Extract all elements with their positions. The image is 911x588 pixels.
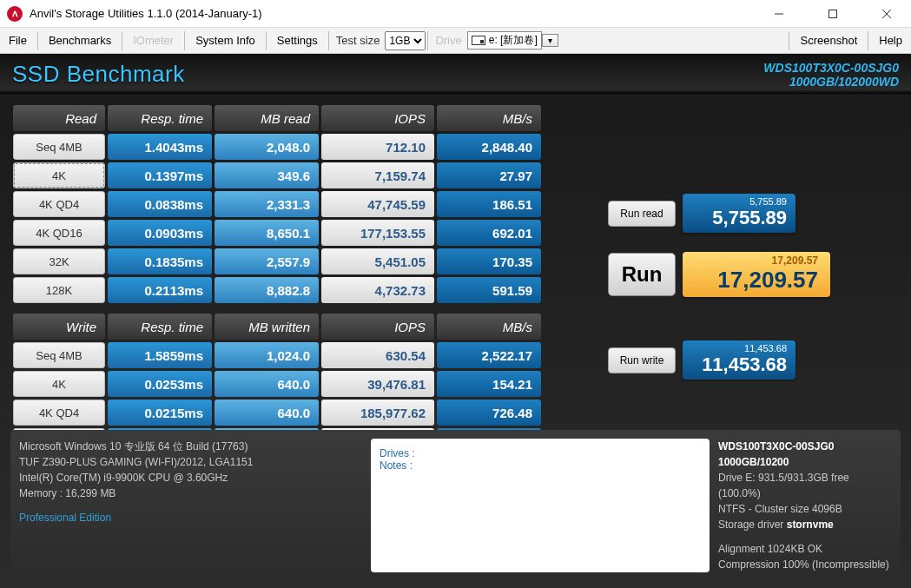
- menu-screenshot[interactable]: Screenshot: [791, 30, 866, 51]
- minimize-button[interactable]: [762, 2, 796, 26]
- menu-settings[interactable]: Settings: [268, 30, 327, 51]
- window-controls: [762, 2, 904, 26]
- table-row: 32K0.1835ms2,557.95,451.05170.35: [13, 248, 541, 274]
- read-header: Read: [13, 105, 105, 131]
- table-row: Seq 4MB1.5859ms1,024.0630.542,522.17: [13, 342, 541, 368]
- toolbar: File Benchmarks IOmeter System Info Sett…: [0, 28, 911, 54]
- table-row: 4K QD40.0215ms640.0185,977.62726.48: [13, 400, 541, 426]
- footer: Microsoft Windows 10 专业版 64 位 Build (177…: [10, 430, 901, 581]
- app-icon: ᴧ: [7, 6, 23, 22]
- notes-panel: Drives : Notes :: [371, 439, 710, 572]
- testsize-label: Test size: [331, 30, 386, 51]
- run-write-button[interactable]: Run write: [608, 347, 676, 373]
- page-title: SSD Benchmark: [12, 61, 185, 88]
- device-model: WDS100T3X0C-00SJG0: [763, 61, 899, 75]
- drive-icon: [472, 36, 485, 45]
- drive-dropdown-button[interactable]: ▾: [542, 34, 558, 47]
- col-mbs: MB/s: [437, 105, 541, 131]
- drive-label: Drive: [430, 30, 466, 51]
- table-row: 4K QD40.0838ms2,331.347,745.59186.51: [13, 191, 541, 217]
- write-header: Write: [13, 314, 105, 340]
- page-header: SSD Benchmark WDS100T3X0C-00SJG0 1000GB/…: [0, 54, 911, 94]
- score-panel: Run read 5,755.89 5,755.89 Run 17,209.57…: [608, 181, 894, 386]
- col-mbs: MB/s: [437, 314, 541, 340]
- tables-area: Read Resp. time MB read IOPS MB/s Seq 4M…: [10, 102, 544, 462]
- maximize-button[interactable]: [815, 2, 850, 26]
- col-resptime: Resp. time: [108, 105, 212, 131]
- col-iops: IOPS: [321, 105, 434, 131]
- menu-file[interactable]: File: [0, 30, 36, 51]
- col-mbwritten: MB written: [215, 314, 319, 340]
- window-title: Anvil's Storage Utilities 1.1.0 (2014-Ja…: [30, 7, 762, 20]
- read-table: Read Resp. time MB read IOPS MB/s Seq 4M…: [10, 102, 544, 306]
- menu-benchmarks[interactable]: Benchmarks: [40, 30, 120, 51]
- close-button[interactable]: [869, 2, 904, 26]
- drives-label: Drives :: [380, 447, 701, 459]
- col-mbread: MB read: [215, 105, 319, 131]
- edition-label: Professional Edition: [19, 510, 362, 525]
- testsize-select[interactable]: 1GB: [385, 31, 426, 50]
- read-score: 5,755.89 5,755.89: [683, 194, 795, 233]
- col-iops: IOPS: [321, 314, 434, 340]
- run-read-button[interactable]: Run read: [608, 201, 676, 227]
- write-score: 11,453.68 11,453.68: [683, 340, 795, 380]
- notes-label: Notes :: [380, 459, 701, 472]
- table-row: 4K0.0253ms640.039,476.81154.21: [13, 371, 541, 397]
- table-row: 4K QD160.0903ms8,650.1177,153.55692.01: [13, 220, 541, 246]
- title-bar: ᴧ Anvil's Storage Utilities 1.1.0 (2014-…: [0, 0, 911, 28]
- table-row: 4K0.1397ms349.67,159.7427.97: [13, 162, 541, 188]
- drive-info: WDS100T3X0C-00SJG0 1000GB/10200 Drive E:…: [718, 439, 892, 572]
- drive-select[interactable]: e: [新加卷]: [467, 31, 542, 50]
- menu-help[interactable]: Help: [870, 30, 911, 51]
- run-button[interactable]: Run: [608, 253, 676, 296]
- system-info: Microsoft Windows 10 专业版 64 位 Build (177…: [19, 439, 362, 572]
- menu-sysinfo[interactable]: System Info: [187, 30, 264, 51]
- menu-iometer[interactable]: IOmeter: [124, 30, 182, 51]
- total-score: 17,209.57 17,209.57: [683, 252, 830, 297]
- svg-rect-1: [829, 10, 837, 17]
- device-header: WDS100T3X0C-00SJG0 1000GB/102000WD: [763, 61, 899, 89]
- table-row: Seq 4MB1.4043ms2,048.0712.102,848.40: [13, 134, 541, 160]
- table-row: 128K0.2113ms8,882.84,732.73591.59: [13, 277, 541, 303]
- device-capacity: 1000GB/102000WD: [763, 75, 899, 89]
- main-area: Read Resp. time MB read IOPS MB/s Seq 4M…: [0, 94, 911, 588]
- col-resptime: Resp. time: [108, 314, 212, 340]
